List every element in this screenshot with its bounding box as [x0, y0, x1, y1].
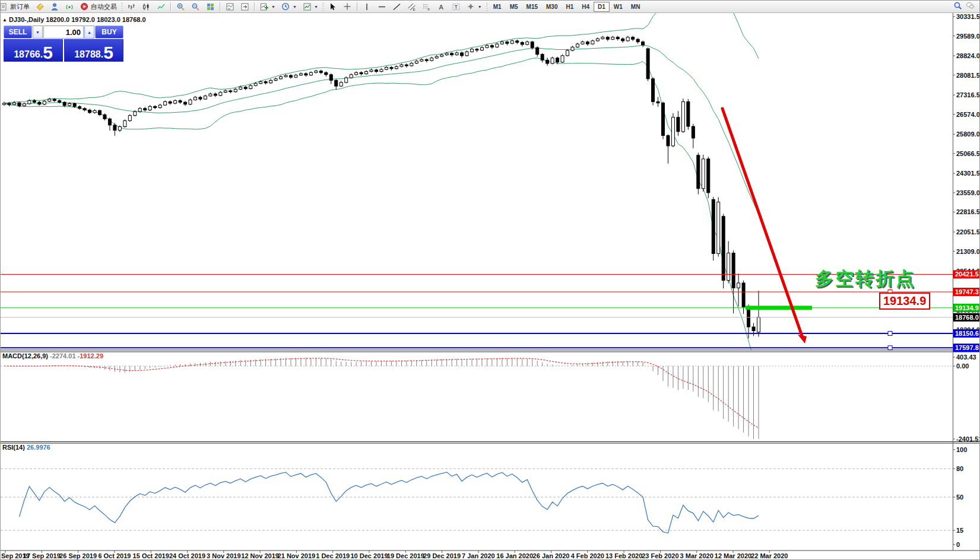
svg-text:T: T [454, 4, 458, 10]
rsi-panel[interactable] [1, 469, 953, 533]
timeframe-d1-button[interactable]: D1 [594, 2, 610, 12]
line-handle-18150.6[interactable] [888, 332, 892, 336]
time-axis[interactable]: Sep 201917 Sep 201926 Sep 20196 Oct 2019… [1, 551, 788, 559]
support-highlight-segment[interactable] [746, 306, 812, 310]
svg-text:28824.0: 28824.0 [956, 52, 980, 59]
svg-text:23559.0: 23559.0 [956, 189, 980, 196]
label-tool[interactable]: T [449, 1, 464, 12]
vertical-line-tool[interactable] [360, 1, 375, 12]
svg-text:17 Sep 2019: 17 Sep 2019 [23, 552, 61, 559]
svg-text:16 Jan 2020: 16 Jan 2020 [496, 552, 533, 559]
volume-input[interactable] [43, 26, 84, 39]
toolbar-separator [170, 2, 172, 11]
svg-text:18768.0: 18768.0 [955, 314, 979, 321]
candles-layer [3, 36, 760, 339]
timeframe-mn-button[interactable]: MN [627, 2, 645, 12]
price-list-button[interactable] [33, 1, 47, 12]
dropdown-caret-icon: ▼ [478, 5, 482, 9]
candlestick-chart-button[interactable] [139, 1, 154, 12]
svg-text:12 Nov 2019: 12 Nov 2019 [241, 552, 279, 559]
rsi-line [19, 472, 759, 533]
svg-text:13 Feb 2020: 13 Feb 2020 [605, 552, 642, 559]
timeframe-m5-button[interactable]: M5 [506, 2, 522, 12]
search-button[interactable] [953, 1, 962, 12]
svg-text:27316.5: 27316.5 [956, 91, 980, 98]
one-click-trading-panel: SELL ▼ ▲ BUY 18766.5 18788.5 [4, 26, 123, 62]
trend-line-arrow-icon [798, 335, 807, 343]
price-axis[interactable]: 30331.529589.028824.028081.527316.526574… [953, 13, 980, 551]
cursor-tool-button[interactable] [325, 1, 340, 12]
timeframe-m30-button[interactable]: M30 [542, 2, 562, 12]
sell-price-button[interactable]: 18766.5 [4, 39, 63, 62]
svg-text:19747.3: 19747.3 [955, 288, 979, 295]
template-button[interactable]: ▼ [300, 1, 321, 12]
macd-name: MACD(12,26,9) [2, 352, 48, 359]
volume-increase-button[interactable]: ▲ [84, 26, 94, 39]
chat-button[interactable] [966, 1, 975, 12]
turning-point-annotation: 多空转折点 [815, 266, 916, 291]
chart-shift-button[interactable] [237, 1, 252, 12]
sell-price: 18766. [14, 49, 43, 60]
horizontal-line-icon [378, 2, 386, 11]
svg-text:26 Sep 2019: 26 Sep 2019 [59, 552, 97, 559]
toolbar-separator [357, 2, 358, 11]
market-watch-button[interactable] [47, 1, 62, 12]
macd-panel[interactable] [1, 358, 953, 439]
bar-chart-button[interactable] [124, 1, 139, 12]
svg-text:25809.0: 25809.0 [956, 131, 980, 138]
period-selector-button[interactable]: ▼ [278, 1, 300, 12]
zoom-out-button[interactable] [188, 1, 203, 12]
add-indicator-button[interactable]: ▼ [257, 1, 278, 12]
svg-text:3 Mar 2020: 3 Mar 2020 [680, 552, 713, 559]
main-toolbar: 新订单自动交易▼▼▼EFAT▼M1M5M15M30H1H4D1W1MN [1, 1, 979, 13]
svg-text:80: 80 [956, 465, 963, 472]
sell-button[interactable]: SELL [4, 26, 32, 39]
chat-icon [966, 1, 975, 10]
line-chart-button[interactable] [154, 1, 169, 12]
auto-trading-button[interactable]: 自动交易 [77, 1, 120, 12]
toolbar-right-group [953, 1, 979, 12]
shapes-tool[interactable]: ▼ [464, 1, 485, 12]
text-tool[interactable]: A [434, 1, 449, 12]
horizontal-line-tool[interactable] [375, 1, 389, 12]
zoom-out-icon [191, 2, 200, 11]
line-chart-icon [157, 2, 166, 11]
channel-tool[interactable]: E [404, 1, 419, 12]
timeframe-m15-button[interactable]: M15 [522, 2, 542, 12]
chart-title: ▲ DJ30-,Daily 18200.0 19792.0 18023.0 18… [2, 16, 146, 23]
indicator-window-button[interactable] [223, 1, 237, 12]
price-level-lines [1, 274, 953, 349]
tile-windows-button[interactable] [203, 1, 218, 12]
timeframe-m1-button[interactable]: M1 [489, 2, 506, 12]
tile-windows-icon [206, 2, 215, 11]
buy-price-button[interactable]: 18788.5 [64, 39, 123, 62]
line-handle-17597.8[interactable] [888, 346, 892, 350]
timeframe-w1-button[interactable]: W1 [610, 2, 627, 12]
sell-price-big-digit: 5 [43, 45, 53, 60]
svg-text:19 Dec 2019: 19 Dec 2019 [387, 552, 424, 559]
svg-text:403.43: 403.43 [956, 354, 976, 361]
new-order-button[interactable]: 新订单 [1, 1, 33, 12]
svg-text:100: 100 [956, 446, 967, 453]
svg-text:23 Feb 2020: 23 Feb 2020 [642, 552, 678, 559]
svg-text:19134.9: 19134.9 [955, 304, 979, 311]
buy-button[interactable]: BUY [95, 26, 123, 39]
svg-text:15 Oct 2019: 15 Oct 2019 [133, 552, 169, 559]
timeframe-h4-button[interactable]: H4 [578, 2, 594, 12]
svg-text:21309.0: 21309.0 [956, 248, 980, 255]
svg-text:20421.5: 20421.5 [955, 271, 979, 278]
cursor-icon [328, 2, 337, 11]
timeframe-h1-button[interactable]: H1 [562, 2, 578, 12]
fibonacci-tool[interactable]: F [419, 1, 434, 12]
zoom-in-button[interactable] [173, 1, 188, 12]
crosshair-tool-button[interactable] [340, 1, 355, 12]
svg-text:17597.8: 17597.8 [955, 344, 979, 351]
price-list-icon [36, 2, 45, 11]
svg-text:A: A [439, 3, 443, 10]
period-clock-icon [281, 2, 290, 11]
trend-line-tool[interactable] [389, 1, 404, 12]
rsi-name: RSI(14) [2, 444, 25, 451]
signal-button[interactable] [62, 1, 77, 12]
collapse-triangle-icon[interactable]: ▲ [2, 17, 7, 23]
volume-decrease-button[interactable]: ▼ [33, 26, 43, 39]
